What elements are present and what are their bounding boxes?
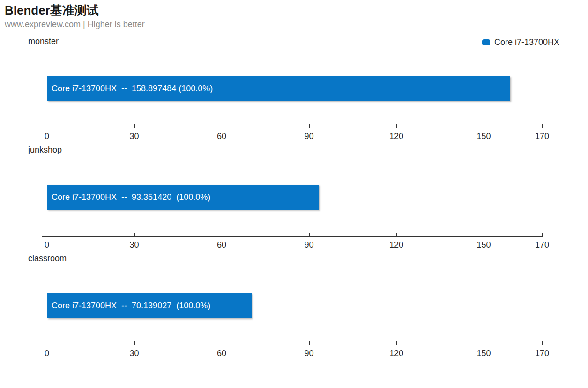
- axis-tick-label: 60: [217, 240, 226, 250]
- axis-tick: [542, 233, 543, 236]
- bar-value-label: Core i7-13700HX -- 158.897484 (100.0%): [47, 76, 510, 101]
- axis-tick-label: 120: [389, 240, 403, 250]
- bar-value-label: Core i7-13700HX -- 70.139027 (100.0%): [47, 293, 252, 318]
- axis-tick-label: 170: [535, 240, 549, 250]
- axis-tick-label: 150: [477, 132, 491, 141]
- axis-tick: [309, 124, 310, 128]
- axis-tick: [396, 341, 397, 345]
- axis-tick: [134, 124, 135, 128]
- chart-subtitle: www.expreview.com | Higher is better: [5, 20, 145, 29]
- category-label: junkshop: [28, 145, 62, 155]
- axis-tick-label: 120: [389, 349, 403, 359]
- axis-tick: [47, 341, 47, 345]
- axis-tick-label: 30: [129, 349, 139, 359]
- plot-area: Core i7-13700HX -- 158.897484 (100.0%) 0…: [0, 50, 588, 144]
- chart-title: Blender基准测试: [5, 2, 99, 19]
- value-bar: Core i7-13700HX -- 158.897484 (100.0%): [47, 76, 510, 101]
- axis-tick: [309, 341, 310, 345]
- axis-tick: [484, 124, 484, 128]
- axis-tick: [396, 233, 397, 236]
- axis-tick-label: 170: [535, 349, 549, 359]
- axis-tick: [134, 341, 135, 345]
- axis-tick-label: 60: [217, 349, 226, 359]
- axis-tick-label: 0: [45, 240, 49, 250]
- axis-tick-label: 90: [305, 132, 314, 141]
- axis-tick-label: 150: [477, 240, 491, 250]
- axis-tick-label: 60: [217, 132, 226, 141]
- chart-block-junkshop: junkshop Core i7-13700HX -- 93.351420 (1…: [0, 145, 588, 254]
- axis-tick-label: 90: [305, 240, 314, 250]
- x-axis-line: [42, 236, 543, 237]
- axis-tick-label: 0: [45, 132, 49, 141]
- value-bar: Core i7-13700HX -- 70.139027 (100.0%): [47, 293, 252, 318]
- axis-tick-label: 30: [129, 132, 139, 141]
- axis-tick: [47, 124, 47, 128]
- x-axis-line: [42, 128, 543, 128]
- axis-tick-label: 90: [305, 349, 314, 359]
- axis-tick: [484, 233, 484, 236]
- category-label: classroom: [28, 254, 67, 264]
- axis-tick: [47, 233, 47, 236]
- chart-block-classroom: classroom Core i7-13700HX -- 70.139027 (…: [0, 254, 588, 362]
- axis-tick-label: 30: [129, 240, 139, 250]
- axis-tick: [542, 341, 543, 345]
- axis-tick: [396, 124, 397, 128]
- category-label: monster: [28, 37, 59, 46]
- axis-tick: [542, 124, 543, 128]
- plot-area: Core i7-13700HX -- 70.139027 (100.0%) 03…: [0, 267, 588, 361]
- axis-tick: [222, 233, 222, 236]
- x-axis-line: [42, 345, 543, 345]
- chart-block-monster: monster Core i7-13700HX -- 158.897484 (1…: [0, 37, 588, 145]
- axis-tick-label: 120: [389, 132, 403, 141]
- value-bar: Core i7-13700HX -- 93.351420 (100.0%): [47, 185, 319, 210]
- axis-tick: [222, 124, 222, 128]
- axis-tick-label: 170: [535, 132, 549, 141]
- bar-value-label: Core i7-13700HX -- 93.351420 (100.0%): [47, 185, 319, 210]
- axis-tick: [222, 341, 222, 345]
- plot-area: Core i7-13700HX -- 93.351420 (100.0%) 03…: [0, 159, 588, 252]
- axis-tick: [484, 341, 484, 345]
- axis-tick-label: 150: [477, 349, 491, 359]
- axis-tick-label: 0: [45, 349, 49, 359]
- axis-tick: [134, 233, 135, 236]
- chart-page: Blender基准测试 www.expreview.com | Higher i…: [0, 0, 588, 388]
- axis-tick: [309, 233, 310, 236]
